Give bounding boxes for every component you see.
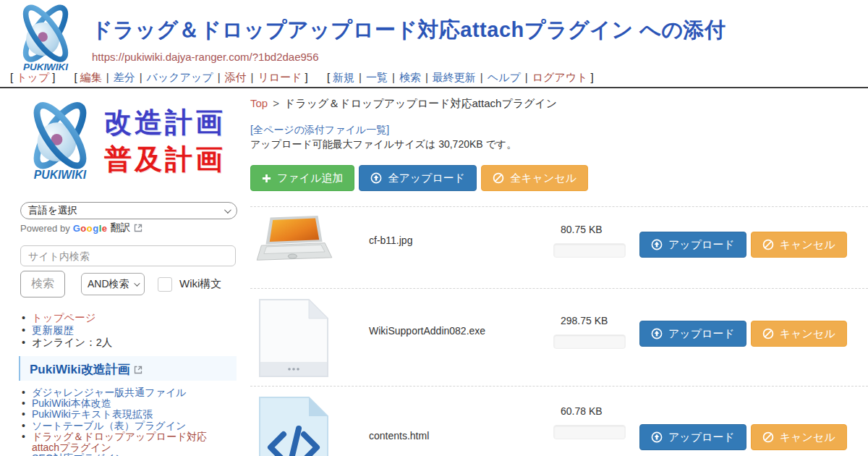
- add-file-button[interactable]: ファイル追加: [250, 165, 354, 191]
- sidebar-section-title-link[interactable]: PukiWiki改造計画: [30, 361, 130, 378]
- sidebar-link-core-mod[interactable]: PukiWiki本体改造: [32, 397, 111, 409]
- list-item: オンライン：2人: [20, 337, 112, 348]
- sidebar-link-sorttable[interactable]: ソートテーブル（表）プラグイン: [32, 420, 186, 431]
- sidebar-link-text-ext[interactable]: PukiWikiテキスト表現拡張: [32, 408, 153, 420]
- cancel-button[interactable]: キャンセル: [751, 424, 847, 450]
- file-row-actions: アップロード キャンセル: [639, 232, 847, 258]
- separator: |: [425, 71, 428, 83]
- upload-button[interactable]: アップロード: [639, 321, 746, 347]
- breadcrumb-home-link[interactable]: Top: [250, 97, 268, 109]
- upload-progress-bar: [553, 334, 626, 349]
- file-name: WikiSupportAddin082.exe: [369, 325, 485, 337]
- header-divider: [0, 87, 868, 88]
- nav-link-diff[interactable]: 差分: [114, 71, 135, 83]
- list-item: 更新履歴: [20, 324, 112, 336]
- list-item: PukiWiki本体改造: [20, 398, 231, 409]
- file-row: cf-b11.jpg 80.75 KB アップロード キャンセル: [250, 206, 868, 288]
- nav-link-help[interactable]: ヘルプ: [488, 71, 521, 83]
- all-attachments-link-wrap: [全ページの添付ファイル一覧]: [250, 124, 389, 137]
- upload-all-button[interactable]: 全アップロード: [359, 165, 477, 191]
- sidebar-link-recent-changes[interactable]: 更新履歴: [32, 324, 74, 336]
- upload-label: アップロード: [668, 238, 735, 252]
- file-size: 60.78 KB: [561, 405, 603, 417]
- cancel-label: キャンセル: [780, 327, 835, 341]
- nav-link-top[interactable]: トップ: [16, 71, 49, 83]
- separator: |: [525, 71, 528, 83]
- file-row: contents.html 60.78 KB アップロード キャンセル: [250, 386, 868, 456]
- separator: |: [251, 71, 254, 83]
- add-file-label: ファイル追加: [277, 172, 343, 185]
- cancel-button[interactable]: キャンセル: [751, 321, 847, 347]
- nav-link-reload[interactable]: リロード: [258, 71, 302, 83]
- online-counter: オンライン：2人: [32, 337, 112, 348]
- file-row-actions: アップロード キャンセル: [639, 424, 847, 450]
- ban-icon: [762, 328, 774, 339]
- external-link-icon: [134, 366, 142, 374]
- list-item: ドラッグ＆ドロップアップロード対応attachプラグイン: [20, 431, 231, 453]
- sidebar-logo[interactable]: PUKIWIKI 改造計画 普及計画: [17, 100, 226, 181]
- upload-label: アップロード: [668, 327, 735, 341]
- sidebar-link-seo[interactable]: SEO対応プラグイン: [32, 452, 125, 456]
- file-size: 80.75 KB: [561, 224, 603, 235]
- file-row-actions: アップロード キャンセル: [639, 321, 847, 347]
- upload-circle-icon: [651, 431, 663, 443]
- cancel-all-button[interactable]: 全キャンセル: [481, 165, 588, 191]
- upload-button[interactable]: アップロード: [639, 232, 746, 258]
- bracket: ]: [52, 71, 55, 83]
- sidebar-quick-links: トップページ 更新履歴 オンライン：2人: [20, 312, 112, 349]
- google-translate-attribution: Powered by Google 翻訳: [20, 221, 142, 235]
- translate-link[interactable]: 翻訳: [111, 221, 131, 235]
- html-file-icon: [258, 395, 330, 456]
- google-letter: o: [87, 223, 93, 234]
- nav-link-edit[interactable]: 編集: [80, 71, 102, 83]
- site-search-input[interactable]: [20, 245, 236, 266]
- upload-circle-icon: [651, 239, 663, 250]
- nav-link-new[interactable]: 新規: [333, 71, 354, 83]
- logo-slogan-fukyu: 普及計画: [104, 145, 226, 173]
- pukiwiki-logo[interactable]: PUKIWIKI: [9, 3, 82, 75]
- google-letter: g: [93, 223, 98, 234]
- sidebar-plugin-links: ダジャレンジャー版共通ファイル PukiWiki本体改造 PukiWikiテキス…: [20, 387, 231, 456]
- wiki-syntax-label: Wiki構文: [179, 277, 221, 291]
- generic-file-icon: [258, 297, 330, 381]
- pukiwiki-atom-icon: PUKIWIKI: [17, 100, 103, 181]
- upload-circle-icon: [651, 328, 663, 339]
- sidebar-logo-text: 改造計画 普及計画: [104, 100, 226, 173]
- nav-link-attach[interactable]: 添付: [225, 71, 247, 83]
- nav-link-backup[interactable]: バックアップ: [147, 71, 213, 83]
- nav-link-recent[interactable]: 最終更新: [433, 71, 476, 83]
- cancel-all-label: 全キャンセル: [510, 172, 576, 185]
- ban-icon: [762, 431, 774, 443]
- upload-circle-icon: [370, 172, 382, 184]
- sidebar-link-toppage[interactable]: トップページ: [32, 312, 96, 324]
- file-name: contents.html: [369, 430, 429, 442]
- pukiwiki-atom-icon: PUKIWIKI: [9, 3, 82, 72]
- language-select[interactable]: 言語を選択: [20, 202, 237, 219]
- cancel-button[interactable]: キャンセル: [751, 232, 847, 258]
- all-attachments-link[interactable]: [全ページの添付ファイル一覧]: [250, 124, 389, 135]
- search-mode-select[interactable]: AND検索: [81, 273, 145, 295]
- top-navigation: [トップ] [編集|差分|バックアップ|添付|リロード] [新規|一覧|検索|最…: [7, 71, 607, 85]
- sidebar-link-common-files[interactable]: ダジャレンジャー版共通ファイル: [32, 387, 187, 398]
- google-letter: e: [102, 223, 108, 234]
- breadcrumb-current: ドラッグ＆ドロップアップロード対応attachプラグイン: [284, 97, 557, 109]
- upload-file-list: cf-b11.jpg 80.75 KB アップロード キャンセル WikiSup…: [250, 206, 868, 456]
- upload-progress-bar: [553, 243, 626, 258]
- nav-link-search[interactable]: 検索: [399, 71, 421, 83]
- upload-label: アップロード: [668, 431, 735, 444]
- breadcrumb-separator: >: [273, 97, 279, 109]
- language-select-value: 言語を選択: [28, 204, 77, 217]
- google-letter: G: [73, 223, 81, 234]
- laptop-photo-thumbnail: [256, 215, 333, 270]
- nav-link-logout[interactable]: ログアウト: [532, 71, 588, 83]
- list-item: PukiWikiテキスト表現拡張: [20, 409, 231, 420]
- sidebar-link-dragdrop-attach[interactable]: ドラッグ＆ドロップアップロード対応attachプラグイン: [32, 431, 207, 453]
- wiki-syntax-checkbox[interactable]: [158, 277, 172, 292]
- google-letter: o: [80, 223, 86, 234]
- upload-all-label: 全アップロード: [388, 172, 465, 185]
- nav-link-list[interactable]: 一覧: [366, 71, 388, 83]
- search-button[interactable]: 検索: [20, 271, 65, 297]
- max-upload-size-note: アップロード可能最大ファイルサイズは 30,720KB です。: [250, 138, 516, 151]
- logo-slogan-kaizo: 改造計画: [104, 109, 226, 136]
- upload-button[interactable]: アップロード: [639, 424, 746, 450]
